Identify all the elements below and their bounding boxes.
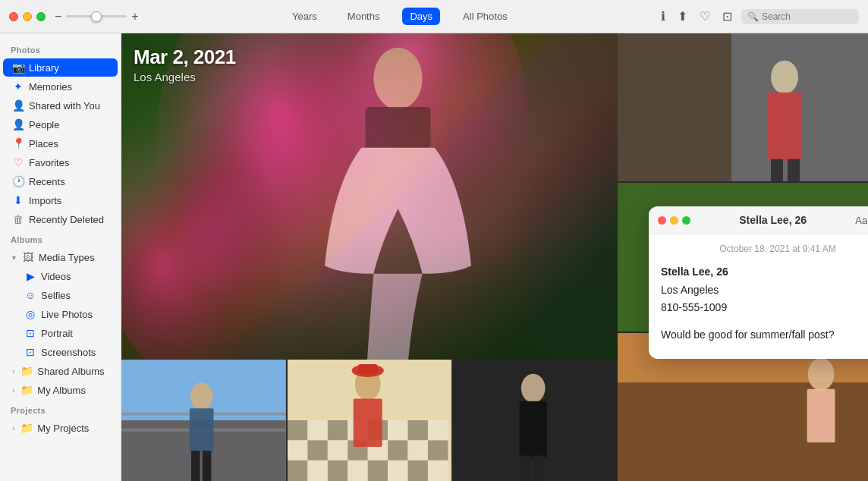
svg-point-62 [521,374,546,403]
favorites-icon: ♡ [12,156,24,168]
sidebar-item-shared-albums[interactable]: › 📁 Shared Albums [3,362,118,380]
sidebar-item-live-photos[interactable]: ◎ Live Photos [3,305,118,323]
tab-all-photos[interactable]: All Photos [455,8,515,25]
svg-rect-54 [407,461,427,481]
sidebar-item-media-types[interactable]: ▾ 🖼 Media Types [3,248,118,266]
sidebar-item-people[interactable]: 👤 People [3,115,118,134]
svg-rect-38 [407,420,427,440]
sidebar-item-recents[interactable]: 🕐 Recents [3,172,118,190]
svg-rect-45 [388,440,407,460]
tab-years[interactable]: Years [285,8,325,25]
chevron-right-icon: › [12,367,14,376]
right-photo-1[interactable]: ••• [618,33,868,181]
sidebar-item-imports[interactable]: ⬇ Imports [3,191,118,209]
svg-rect-5 [366,107,431,148]
close-button[interactable] [9,12,18,21]
sidebar-label-people: People [29,119,59,130]
favorite-icon[interactable]: ♡ [700,9,710,24]
places-icon: 📍 [12,137,24,149]
tab-months[interactable]: Months [340,8,388,25]
sidebar-item-favorites[interactable]: ♡ Favorites [3,153,118,171]
chevron-right-icon-3: › [12,424,14,432]
note-toolbar: Aa ☰ » [855,214,868,226]
sidebar-label-my-albums: My Albums [37,385,86,396]
note-timestamp: October 18, 2021 at 9:41 AM [661,244,868,254]
svg-point-9 [771,61,798,94]
photo-date: Mar 2, 2021 [134,46,236,69]
svg-rect-49 [307,461,327,481]
minimize-button[interactable] [23,12,32,21]
sidebar-label-imports: Imports [29,195,61,206]
zoom-slider[interactable] [66,15,127,17]
note-font-button[interactable]: Aa [855,215,867,226]
sidebar: Photos 📷 Library ✦ Memories 👤 Shared wit… [0,33,121,481]
svg-rect-59 [358,364,377,374]
sidebar-item-my-albums[interactable]: › 📁 My Albums [3,381,118,399]
sidebar-item-library[interactable]: 📷 Library [3,58,118,77]
svg-rect-33 [307,420,327,440]
share-icon[interactable]: ⬆ [678,9,687,24]
bottom-photos [121,360,618,481]
note-close-button[interactable] [658,216,666,225]
zoom-minus-button[interactable]: − [55,11,61,23]
sidebar-item-videos[interactable]: ▶ Videos [3,267,118,285]
sidebar-label-portrait: Portrait [41,328,73,339]
main-photo[interactable]: Mar 2, 2021 Los Angeles [121,33,618,360]
note-person-location: Los Angeles [661,281,868,298]
search-box[interactable]: 🔍 [741,9,859,24]
note-body: October 18, 2021 at 9:41 AM Stella Lee, … [649,234,868,359]
svg-rect-11 [771,159,783,182]
svg-rect-65 [533,456,543,481]
media-types-icon: 🖼 [22,251,34,263]
svg-rect-42 [328,440,348,460]
sidebar-item-screenshots[interactable]: ⊡ Screenshots [3,343,118,361]
my-projects-icon: 📁 [20,422,33,434]
recently-deleted-icon: 🗑 [12,213,24,225]
sidebar-label-shared-albums: Shared Albums [37,366,104,377]
note-traffic-lights [658,216,690,225]
sidebar-item-shared-with-you[interactable]: 👤 Shared with You [3,96,118,115]
svg-rect-10 [768,93,801,161]
photo-area: Mar 2, 2021 Los Angeles ••• [121,33,868,481]
live-photos-icon: ◎ [24,308,36,320]
sidebar-item-selfies[interactable]: ☺ Selfies [3,286,118,304]
sidebar-item-memories[interactable]: ✦ Memories [3,77,118,96]
bottom-photo-3[interactable] [453,360,618,481]
chevron-right-icon-2: › [12,386,14,395]
bottom-photo-1[interactable] [121,360,286,481]
sidebar-label-screenshots: Screenshots [41,347,96,358]
slideshow-icon[interactable]: ⊡ [722,9,732,24]
sidebar-item-portrait[interactable]: ⊡ Portrait [3,324,118,342]
svg-rect-32 [288,420,307,440]
tab-days[interactable]: Days [402,8,440,25]
note-fullscreen-button[interactable] [682,216,690,225]
bottom-photo-2[interactable] [288,360,452,481]
my-albums-icon: 📁 [20,384,33,396]
svg-rect-22 [807,388,835,442]
toolbar-icons: ℹ ⬆ ♡ ⊡ [661,9,732,24]
sidebar-label-selfies: Selfies [41,290,71,301]
shared-with-you-icon: 👤 [12,99,24,112]
portrait-icon: ⊡ [24,327,36,339]
svg-rect-40 [288,440,307,460]
sidebar-item-my-projects[interactable]: › 📁 My Projects [3,419,118,437]
recents-icon: 🕐 [12,175,24,187]
traffic-lights [9,12,46,21]
search-input[interactable] [762,11,853,22]
sidebar-item-places[interactable]: 📍 Places [3,134,118,152]
photo-location: Los Angeles [134,71,236,83]
info-icon[interactable]: ℹ [661,9,665,24]
svg-rect-51 [348,461,367,481]
note-text: Would be good for summer/fall post? [661,326,868,343]
chevron-down-icon: ▾ [12,253,16,262]
svg-rect-52 [367,461,387,481]
svg-rect-30 [203,451,212,481]
fullscreen-button[interactable] [36,12,46,21]
zoom-plus-button[interactable]: + [131,11,138,23]
svg-rect-48 [288,461,307,481]
svg-point-27 [190,382,213,410]
zoom-thumb[interactable] [91,11,102,22]
svg-rect-7 [618,33,731,181]
note-minimize-button[interactable] [670,216,678,225]
sidebar-item-recently-deleted[interactable]: 🗑 Recently Deleted [3,210,118,228]
